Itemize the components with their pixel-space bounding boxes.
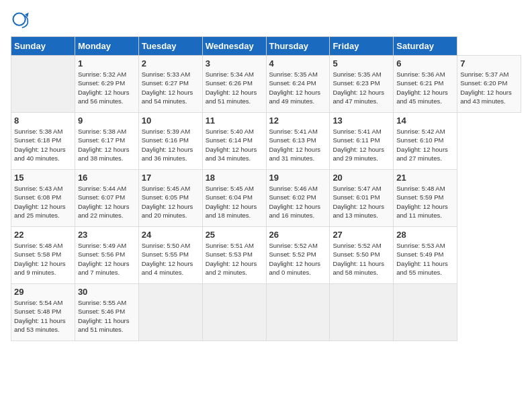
- day-number: 30: [78, 287, 136, 297]
- day-info: Sunrise: 5:40 AMSunset: 6:14 PMDaylight:…: [206, 128, 257, 162]
- calendar-cell: 6 Sunrise: 5:36 AMSunset: 6:21 PMDayligh…: [394, 56, 457, 113]
- day-info: Sunrise: 5:32 AMSunset: 6:29 PMDaylight:…: [78, 71, 130, 105]
- calendar-cell: 3 Sunrise: 5:34 AMSunset: 6:26 PMDayligh…: [202, 56, 266, 113]
- calendar-cell: 12 Sunrise: 5:41 AMSunset: 6:13 PMDaylig…: [266, 113, 330, 170]
- day-info: Sunrise: 5:53 AMSunset: 5:49 PMDaylight:…: [396, 242, 448, 276]
- calendar-cell: 9 Sunrise: 5:38 AMSunset: 6:17 PMDayligh…: [75, 113, 138, 170]
- day-info: Sunrise: 5:38 AMSunset: 6:18 PMDaylight:…: [14, 128, 66, 162]
- calendar-cell: 15 Sunrise: 5:43 AMSunset: 6:08 PMDaylig…: [11, 170, 75, 227]
- calendar-cell: 7 Sunrise: 5:37 AMSunset: 6:20 PMDayligh…: [457, 56, 521, 113]
- column-header-friday: Friday: [330, 37, 394, 56]
- day-number: 28: [396, 230, 454, 240]
- calendar-week-4: 22 Sunrise: 5:48 AMSunset: 5:58 PMDaylig…: [11, 227, 521, 284]
- day-info: Sunrise: 5:44 AMSunset: 6:07 PMDaylight:…: [78, 185, 130, 219]
- calendar-cell: 26 Sunrise: 5:52 AMSunset: 5:52 PMDaylig…: [266, 227, 330, 284]
- calendar-week-3: 15 Sunrise: 5:43 AMSunset: 6:08 PMDaylig…: [11, 170, 521, 227]
- calendar-cell: 29 Sunrise: 5:54 AMSunset: 5:48 PMDaylig…: [11, 284, 75, 341]
- column-header-thursday: Thursday: [266, 37, 330, 56]
- day-number: 16: [78, 173, 136, 183]
- logo: [11, 11, 32, 30]
- day-number: 20: [332, 173, 390, 183]
- column-header-saturday: Saturday: [394, 37, 457, 56]
- day-number: 1: [78, 58, 136, 68]
- day-number: 8: [14, 116, 72, 126]
- calendar-cell: 28 Sunrise: 5:53 AMSunset: 5:49 PMDaylig…: [394, 227, 457, 284]
- day-info: Sunrise: 5:41 AMSunset: 6:13 PMDaylight:…: [269, 128, 321, 162]
- calendar-cell: 10 Sunrise: 5:39 AMSunset: 6:16 PMDaylig…: [138, 113, 202, 170]
- day-info: Sunrise: 5:55 AMSunset: 5:46 PMDaylight:…: [78, 299, 130, 333]
- day-number: 19: [269, 173, 327, 183]
- day-info: Sunrise: 5:34 AMSunset: 6:26 PMDaylight:…: [206, 71, 257, 105]
- calendar-cell: 25 Sunrise: 5:51 AMSunset: 5:53 PMDaylig…: [202, 227, 266, 284]
- day-number: 14: [396, 116, 454, 126]
- day-number: 15: [14, 173, 72, 183]
- day-info: Sunrise: 5:45 AMSunset: 6:05 PMDaylight:…: [142, 185, 193, 219]
- day-number: 17: [142, 173, 200, 183]
- calendar-cell: [394, 284, 457, 341]
- day-info: Sunrise: 5:49 AMSunset: 5:56 PMDaylight:…: [78, 242, 130, 276]
- day-number: 4: [269, 58, 327, 68]
- day-info: Sunrise: 5:48 AMSunset: 5:59 PMDaylight:…: [396, 185, 448, 219]
- calendar-cell: 27 Sunrise: 5:52 AMSunset: 5:50 PMDaylig…: [330, 227, 394, 284]
- day-number: 12: [269, 116, 327, 126]
- day-info: Sunrise: 5:50 AMSunset: 5:55 PMDaylight:…: [142, 242, 193, 276]
- calendar-cell: 4 Sunrise: 5:35 AMSunset: 6:24 PMDayligh…: [266, 56, 330, 113]
- calendar-cell: [266, 284, 330, 341]
- day-number: 3: [206, 58, 263, 68]
- day-info: Sunrise: 5:46 AMSunset: 6:02 PMDaylight:…: [269, 185, 321, 219]
- day-info: Sunrise: 5:52 AMSunset: 5:52 PMDaylight:…: [269, 242, 321, 276]
- day-number: 26: [269, 230, 327, 240]
- calendar-cell: 13 Sunrise: 5:41 AMSunset: 6:11 PMDaylig…: [330, 113, 394, 170]
- calendar-cell: 21 Sunrise: 5:48 AMSunset: 5:59 PMDaylig…: [394, 170, 457, 227]
- calendar-week-5: 29 Sunrise: 5:54 AMSunset: 5:48 PMDaylig…: [11, 284, 521, 341]
- calendar-cell: [330, 284, 394, 341]
- day-info: Sunrise: 5:38 AMSunset: 6:17 PMDaylight:…: [78, 128, 130, 162]
- day-info: Sunrise: 5:43 AMSunset: 6:08 PMDaylight:…: [14, 185, 66, 219]
- calendar-cell: 24 Sunrise: 5:50 AMSunset: 5:55 PMDaylig…: [138, 227, 202, 284]
- calendar-cell: 5 Sunrise: 5:35 AMSunset: 6:23 PMDayligh…: [330, 56, 394, 113]
- day-number: 9: [78, 116, 136, 126]
- day-number: 2: [142, 58, 200, 68]
- day-info: Sunrise: 5:35 AMSunset: 6:24 PMDaylight:…: [269, 71, 321, 105]
- day-info: Sunrise: 5:39 AMSunset: 6:16 PMDaylight:…: [142, 128, 193, 162]
- calendar-cell: [11, 56, 75, 113]
- day-number: 22: [14, 230, 72, 240]
- column-header-monday: Monday: [75, 37, 138, 56]
- column-header-wednesday: Wednesday: [202, 37, 266, 56]
- day-info: Sunrise: 5:54 AMSunset: 5:48 PMDaylight:…: [14, 299, 66, 333]
- calendar-cell: [202, 284, 266, 341]
- calendar-cell: 18 Sunrise: 5:45 AMSunset: 6:04 PMDaylig…: [202, 170, 266, 227]
- logo-icon: [11, 11, 30, 30]
- header: [11, 11, 521, 30]
- calendar-header-row: SundayMondayTuesdayWednesdayThursdayFrid…: [11, 37, 521, 56]
- column-header-sunday: Sunday: [11, 37, 75, 56]
- day-number: 21: [396, 173, 454, 183]
- calendar-body: 1 Sunrise: 5:32 AMSunset: 6:29 PMDayligh…: [11, 56, 521, 341]
- day-info: Sunrise: 5:45 AMSunset: 6:04 PMDaylight:…: [206, 185, 257, 219]
- calendar-cell: [138, 284, 202, 341]
- calendar-cell: 20 Sunrise: 5:47 AMSunset: 6:01 PMDaylig…: [330, 170, 394, 227]
- calendar-cell: 11 Sunrise: 5:40 AMSunset: 6:14 PMDaylig…: [202, 113, 266, 170]
- day-info: Sunrise: 5:52 AMSunset: 5:50 PMDaylight:…: [332, 242, 384, 276]
- day-info: Sunrise: 5:41 AMSunset: 6:11 PMDaylight:…: [332, 128, 384, 162]
- day-number: 18: [206, 173, 263, 183]
- calendar-week-2: 8 Sunrise: 5:38 AMSunset: 6:18 PMDayligh…: [11, 113, 521, 170]
- svg-point-0: [13, 13, 26, 26]
- calendar-table: SundayMondayTuesdayWednesdayThursdayFrid…: [11, 36, 521, 341]
- calendar-cell: 22 Sunrise: 5:48 AMSunset: 5:58 PMDaylig…: [11, 227, 75, 284]
- day-number: 25: [206, 230, 263, 240]
- day-info: Sunrise: 5:42 AMSunset: 6:10 PMDaylight:…: [396, 128, 448, 162]
- calendar-cell: 1 Sunrise: 5:32 AMSunset: 6:29 PMDayligh…: [75, 56, 138, 113]
- calendar-week-1: 1 Sunrise: 5:32 AMSunset: 6:29 PMDayligh…: [11, 56, 521, 113]
- day-info: Sunrise: 5:33 AMSunset: 6:27 PMDaylight:…: [142, 71, 193, 105]
- day-info: Sunrise: 5:35 AMSunset: 6:23 PMDaylight:…: [332, 71, 384, 105]
- calendar-cell: 17 Sunrise: 5:45 AMSunset: 6:05 PMDaylig…: [138, 170, 202, 227]
- day-number: 29: [14, 287, 72, 297]
- calendar-cell: 2 Sunrise: 5:33 AMSunset: 6:27 PMDayligh…: [138, 56, 202, 113]
- calendar-cell: 30 Sunrise: 5:55 AMSunset: 5:46 PMDaylig…: [75, 284, 138, 341]
- day-number: 24: [142, 230, 200, 240]
- day-number: 5: [332, 58, 390, 68]
- calendar-cell: 8 Sunrise: 5:38 AMSunset: 6:18 PMDayligh…: [11, 113, 75, 170]
- calendar-cell: 23 Sunrise: 5:49 AMSunset: 5:56 PMDaylig…: [75, 227, 138, 284]
- day-number: 11: [206, 116, 263, 126]
